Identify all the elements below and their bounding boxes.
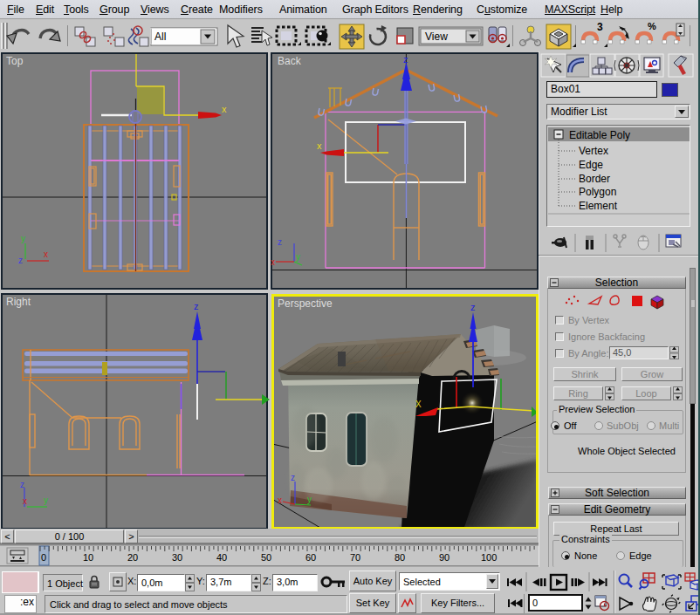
svg-text:X: X — [415, 400, 422, 409]
svg-text:y: y — [307, 495, 312, 504]
svg-text:y: y — [21, 234, 25, 243]
svg-text:x: x — [44, 249, 48, 259]
svg-text:Polygon: Polygon — [579, 186, 616, 198]
svg-text:3: 3 — [597, 21, 603, 33]
svg-text:Edge: Edge — [579, 159, 603, 171]
svg-text:x: x — [317, 140, 322, 151]
svg-text:Vertex: Vertex — [579, 145, 608, 157]
svg-text:Border: Border — [579, 173, 610, 185]
svg-text:%: % — [648, 21, 656, 31]
svg-text:z: z — [194, 301, 199, 311]
svg-text:100: 100 — [481, 552, 497, 563]
svg-text:Right: Right — [6, 296, 31, 308]
svg-text:y: y — [296, 252, 300, 262]
svg-text:z: z — [18, 256, 23, 265]
svg-text:Editable Poly: Editable Poly — [569, 129, 630, 141]
svg-text:Element: Element — [579, 200, 618, 212]
svg-text:60: 60 — [305, 552, 316, 563]
svg-text:z: z — [20, 480, 24, 489]
svg-text:Top: Top — [6, 55, 24, 67]
svg-text:View: View — [425, 31, 448, 43]
svg-text:z: z — [291, 473, 295, 482]
svg-text:30: 30 — [172, 552, 182, 563]
svg-text:x: x — [23, 496, 27, 506]
svg-text:70: 70 — [350, 552, 360, 563]
svg-text:Back: Back — [278, 55, 302, 67]
svg-text:z: z — [470, 302, 476, 312]
svg-text:x: x — [222, 104, 227, 114]
svg-text:40: 40 — [216, 552, 227, 563]
svg-text:z: z — [403, 54, 408, 65]
svg-text:50: 50 — [261, 552, 271, 563]
svg-text:0: 0 — [41, 552, 46, 563]
svg-text:10: 10 — [83, 552, 93, 563]
svg-text:x: x — [278, 495, 282, 505]
svg-text:80: 80 — [395, 552, 405, 563]
svg-text:y: y — [44, 495, 48, 505]
svg-text:20: 20 — [127, 552, 138, 563]
svg-text:All: All — [154, 31, 166, 43]
svg-text:x: x — [271, 257, 275, 267]
svg-text:z: z — [278, 237, 282, 247]
svg-text:Perspective: Perspective — [278, 297, 333, 310]
svg-text:90: 90 — [439, 552, 450, 563]
